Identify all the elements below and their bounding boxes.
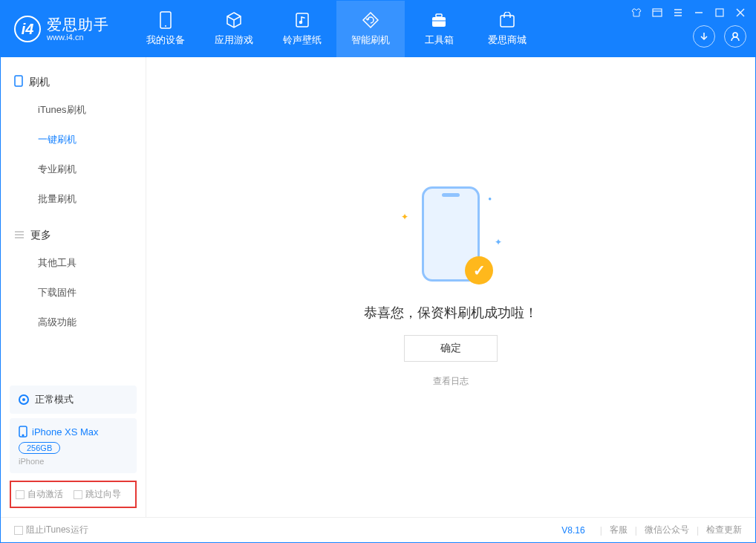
check-badge-icon: ✓ (465, 256, 493, 284)
sparkle-icon: ✦ (401, 212, 408, 222)
checkbox-block-itunes[interactable]: 阻止iTunes运行 (14, 524, 88, 536)
svg-rect-6 (716, 9, 723, 16)
music-icon (293, 11, 311, 29)
sidebar-item-pro-flash[interactable]: 专业刷机 (1, 155, 146, 184)
svg-rect-20 (15, 76, 22, 86)
sidebar-item-download-firmware[interactable]: 下载固件 (1, 278, 146, 308)
close-icon[interactable] (735, 7, 746, 18)
svg-point-19 (733, 33, 737, 37)
tab-label: 铃声壁纸 (283, 33, 322, 47)
cube-icon (225, 11, 243, 29)
sidebar-item-itunes-flash[interactable]: iTunes刷机 (1, 95, 146, 125)
tab-label: 我的设备 (146, 33, 185, 47)
device-capacity: 256GB (19, 442, 60, 454)
success-message: 恭喜您，保资料刷机成功啦！ (364, 304, 538, 322)
tab-toolbox[interactable]: 工具箱 (405, 1, 473, 57)
svg-rect-15 (436, 14, 442, 17)
tab-label: 爱思商城 (488, 33, 527, 47)
device-name: iPhone XS Max (32, 426, 99, 438)
sidebar: 刷机 iTunes刷机 一键刷机 专业刷机 批量刷机 更多 其他工具 下载固件 … (1, 57, 146, 517)
sparkle-icon: ✦ (495, 237, 502, 247)
minimize-icon[interactable] (694, 7, 704, 18)
sidebar-item-other-tools[interactable]: 其他工具 (1, 248, 146, 278)
toolbox-icon (430, 11, 448, 29)
sidebar-item-oneclick-flash[interactable]: 一键刷机 (1, 125, 146, 155)
logo-icon: i4 (14, 16, 41, 42)
device-icon (19, 426, 27, 438)
version-label: V8.16 (561, 525, 584, 536)
checkbox-skip-guide[interactable]: 跳过向导 (74, 488, 121, 501)
svg-point-13 (300, 22, 302, 24)
list-icon[interactable] (673, 7, 683, 18)
checkbox-auto-activate[interactable]: 自动激活 (16, 488, 63, 501)
mode-card[interactable]: 正常模式 (10, 386, 137, 414)
highlighted-options: 自动激活 跳过向导 (10, 481, 137, 508)
svg-point-10 (165, 25, 166, 27)
ok-button[interactable]: 确定 (404, 335, 498, 362)
sidebar-item-advanced[interactable]: 高级功能 (1, 308, 146, 337)
app-title: 爱思助手 (47, 16, 109, 33)
device-card[interactable]: iPhone XS Max 256GB iPhone (10, 418, 137, 473)
maximize-icon[interactable] (714, 7, 725, 18)
tab-apps[interactable]: 应用游戏 (200, 1, 268, 57)
device-type: iPhone (19, 457, 128, 466)
view-log-link[interactable]: 查看日志 (433, 375, 469, 388)
svg-rect-0 (653, 9, 662, 16)
tab-ringtone[interactable]: 铃声壁纸 (268, 1, 336, 57)
menu-icon[interactable] (652, 7, 662, 18)
mode-icon (19, 394, 29, 405)
tab-my-device[interactable]: 我的设备 (131, 1, 200, 57)
svg-rect-12 (296, 13, 308, 27)
main-content: ✦ ✦ ● ✓ 恭喜您，保资料刷机成功啦！ 确定 查看日志 (146, 57, 755, 517)
success-illustration: ✦ ✦ ● ✓ (395, 186, 506, 290)
user-button[interactable] (724, 25, 746, 48)
tab-store[interactable]: 爱思商城 (473, 1, 541, 57)
more-icon (14, 230, 25, 241)
store-icon (498, 11, 516, 29)
titlebar: i4 爱思助手 www.i4.cn 我的设备 应用游戏 铃声壁纸 智能刷机 (1, 1, 755, 57)
sidebar-item-batch-flash[interactable]: 批量刷机 (1, 184, 146, 214)
svg-point-25 (22, 435, 24, 436)
wechat-link[interactable]: 微信公众号 (645, 524, 689, 536)
phone-small-icon (14, 75, 23, 89)
tab-label: 工具箱 (425, 33, 454, 47)
download-button[interactable] (693, 25, 715, 48)
sidebar-section-more: 更多 (1, 223, 146, 248)
svg-rect-17 (501, 16, 514, 27)
phone-icon (157, 11, 175, 29)
tab-flash[interactable]: 智能刷机 (336, 1, 405, 57)
shirt-icon[interactable] (631, 7, 642, 18)
mode-label: 正常模式 (35, 393, 74, 406)
support-link[interactable]: 客服 (610, 524, 628, 536)
sidebar-section-flash: 刷机 (1, 69, 146, 95)
app-url: www.i4.cn (47, 33, 109, 42)
refresh-icon (362, 11, 379, 29)
check-update-link[interactable]: 检查更新 (706, 524, 742, 536)
logo: i4 爱思助手 www.i4.cn (14, 16, 109, 42)
sparkle-icon: ● (488, 195, 492, 202)
tab-label: 应用游戏 (215, 33, 253, 47)
svg-rect-14 (432, 17, 446, 27)
statusbar: 阻止iTunes运行 V8.16 | 客服 | 微信公众号 | 检查更新 (1, 517, 755, 542)
tab-label: 智能刷机 (351, 33, 390, 47)
